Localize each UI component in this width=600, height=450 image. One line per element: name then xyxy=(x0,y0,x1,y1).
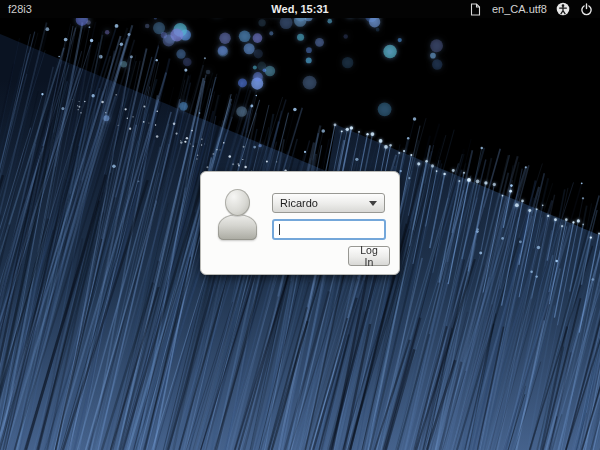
session-label: f28i3 xyxy=(0,3,32,15)
password-field-frame xyxy=(272,219,386,240)
login-dialog: Ricardo Log In xyxy=(200,171,400,275)
accessibility-icon[interactable] xyxy=(556,2,570,16)
top-bar: f28i3 Wed, 15:31 en_CA.utf8 xyxy=(0,0,600,18)
text-caret xyxy=(279,224,280,235)
login-button[interactable]: Log In xyxy=(348,246,390,266)
keyboard-layout-label[interactable]: en_CA.utf8 xyxy=(492,3,547,15)
chevron-down-icon xyxy=(369,201,377,206)
user-select-dropdown[interactable]: Ricardo xyxy=(272,193,385,213)
user-avatar-icon xyxy=(218,189,257,240)
selected-username: Ricardo xyxy=(280,197,318,209)
power-icon[interactable] xyxy=(579,2,593,16)
password-input[interactable] xyxy=(274,221,384,238)
keyboard-layout-icon[interactable] xyxy=(469,2,483,16)
